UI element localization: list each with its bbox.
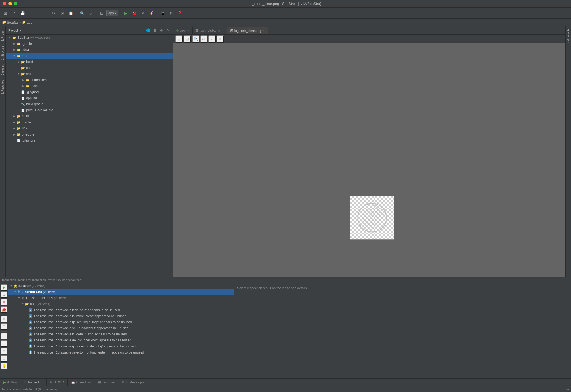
project-dropdown-arrow[interactable]: ▾ <box>20 29 21 32</box>
breadcrumb-app[interactable]: 📁 app <box>22 21 32 24</box>
run-config-dropdown[interactable]: app ▾ <box>106 10 118 16</box>
tab-icon-stub[interactable]: 🖼 icon_stub.png ✕ <box>193 27 227 34</box>
tree-item-build-app[interactable]: ▶ 📂 build <box>6 59 173 65</box>
inspection-collapse-btn[interactable]: ↓ <box>1 340 7 347</box>
tree-item-gradle[interactable]: ▶ 📂 .gradle <box>6 41 173 47</box>
toolbar-copy-btn[interactable]: ⎘ <box>58 9 66 17</box>
inspection-run-btn[interactable]: ▶ <box>1 284 7 291</box>
sidebar-tab-favorites[interactable]: 2: Favorites <box>0 78 5 96</box>
tree-item-idea[interactable]: ▶ 📂 .idea <box>6 47 173 53</box>
toolbar-forward-btn[interactable]: → <box>39 9 46 17</box>
insp-item-8[interactable]: i The resource 'R.drawable.selector_rp_f… <box>8 349 234 355</box>
editor-zoom-out-btn[interactable]: 🔍 <box>192 35 199 43</box>
insp-item-1[interactable]: i The resource 'R.drawable.icon_stub' ap… <box>8 307 234 313</box>
tree-item-gitignore-app[interactable]: 📄 .gitignore <box>6 89 173 95</box>
toolbar-profile-btn[interactable]: ⚡ <box>147 9 155 17</box>
tab-icon-stub-close[interactable]: ✕ <box>222 29 224 32</box>
sep6 <box>157 10 157 16</box>
tree-item-proguard[interactable]: 📄 proguard-rules.pro <box>6 107 173 113</box>
toolbar-sdk-btn[interactable]: ⚙ <box>167 9 175 17</box>
editor-grid-btn[interactable]: ⊟ <box>184 35 191 43</box>
tree-item-androidtest[interactable]: ▶ 📂 androidTest <box>6 77 173 83</box>
tab-app-close[interactable]: ✕ <box>187 29 190 32</box>
toolbar-open-btn[interactable]: ↺ <box>10 9 18 17</box>
toolbar-cut-btn[interactable]: ✂ <box>50 9 57 17</box>
insp-item-7[interactable]: i The resource 'R.drawable.rp_selector_i… <box>8 343 234 349</box>
tree-item-build-gradle[interactable]: 🔧 build.gradle <box>6 101 173 107</box>
insp-item-6[interactable]: i The resource 'R.drawable.de_pic_checkb… <box>8 337 234 343</box>
todo-tab-icon: ☑ <box>50 380 53 384</box>
toolbar-avd-btn[interactable]: 📱 <box>159 9 166 17</box>
inspection-next-btn[interactable]: ⬇ <box>1 355 7 362</box>
toolbar-help-btn[interactable]: ❓ <box>176 9 183 17</box>
tree-item-seastar[interactable]: ▼ 📁 SeaStar (~/IM/SeaStar) <box>6 35 173 41</box>
bottom-tab-inspection[interactable]: ⚠ Inspection <box>20 379 47 386</box>
project-close-btn[interactable]: ✕ <box>165 28 171 33</box>
tab-ic-more-clear-close[interactable]: ✕ <box>263 29 265 32</box>
toolbar-replace-btn[interactable]: ⌕ <box>87 9 94 17</box>
tree-item-gradle-root[interactable]: ▶ 📂 gradle <box>6 119 173 125</box>
toolbar-run-config-btn[interactable]: ⊟ <box>98 9 106 17</box>
tree-item-app-iml[interactable]: 📋 app.iml <box>6 95 173 101</box>
insp-item-unused-resources[interactable]: ▼ ⚙ Unused resources (29 items) <box>8 295 234 301</box>
toolbar-coverage-btn[interactable]: ☀ <box>139 9 147 17</box>
inspection-stop-btn[interactable]: ✕ <box>1 299 7 305</box>
bottom-tab-run[interactable]: ▶ 4: Run <box>0 379 20 386</box>
editor-color-picker-btn[interactable]: ✏ <box>217 35 224 43</box>
tree-item-app[interactable]: ▼ 📂 app <box>6 53 173 59</box>
inspection-prev-btn[interactable]: ⬆ <box>1 348 7 354</box>
tree-item-build-root[interactable]: ▶ 📂 build <box>6 113 173 119</box>
toolbar-back-btn[interactable]: ← <box>30 9 38 17</box>
maximize-button[interactable] <box>14 2 17 5</box>
sidebar-tab-structure[interactable]: 2: Structure <box>0 43 5 62</box>
editor-zoom-actual-btn[interactable]: ⌕ <box>208 35 216 43</box>
tree-item-gitignore-root[interactable]: 📄 .gitignore <box>6 137 173 143</box>
project-localize-btn[interactable]: 🌐 <box>146 28 151 33</box>
bottom-tab-android[interactable]: 🤖 6: Android <box>68 379 95 386</box>
inspection-bulb-btn[interactable]: 💡 <box>1 363 7 369</box>
tree-item-libs[interactable]: 📂 libs <box>6 65 173 71</box>
toolbar-debug-btn[interactable]: 🐞 <box>130 9 138 17</box>
inspection-filter-btn[interactable]: ▼ <box>1 316 7 322</box>
toolbar-paste-btn[interactable]: 📋 <box>67 9 75 17</box>
toolbar-save-btn[interactable]: 💾 <box>19 9 26 17</box>
insp-arrow-app-insp: ▼ <box>21 303 25 305</box>
inspection-expand-btn[interactable]: ↑ <box>1 333 7 339</box>
tab-app[interactable]: ⚙ app ✕ <box>173 27 193 34</box>
inspection-rerun-btn[interactable]: ↺ <box>1 291 7 298</box>
insp-item-3[interactable]: i The resource 'R.drawable.rp_btn_login_… <box>8 319 234 325</box>
sidebar-tab-captures[interactable]: Captures <box>0 62 5 78</box>
insp-item-5[interactable]: i The resource 'R.drawable.ic_default_im… <box>8 331 234 337</box>
close-button[interactable] <box>3 2 6 5</box>
tree-item-main[interactable]: ▶ 📂 main <box>6 83 173 89</box>
tree-item-onecore[interactable]: ▶ 📂 oneCore <box>6 131 173 137</box>
sidebar-tab-build-variants[interactable]: Build Variants <box>566 26 571 48</box>
svg-line-14 <box>372 207 383 218</box>
tab-ic-more-clear[interactable]: 🖼 ic_more_clear.png ✕ <box>227 27 268 34</box>
bottom-tab-todo[interactable]: ☑ TODO <box>47 379 67 386</box>
inspection-group-btn[interactable]: ⊞ <box>1 323 7 330</box>
editor-fit-window-btn[interactable]: ⊞ <box>175 35 183 43</box>
minimize-button[interactable] <box>8 2 12 5</box>
bottom-tab-messages[interactable]: ✉ 0: Messages <box>118 379 148 386</box>
toolbar-play-btn[interactable]: ▶ <box>122 9 130 17</box>
bottom-tab-terminal[interactable]: ⊟ Terminal <box>95 379 118 386</box>
insp-item-android-lint[interactable]: ▼ 🔍 Android Lint (29 items) <box>8 289 234 295</box>
inspection-export-btn[interactable]: 📤 <box>1 306 7 313</box>
toolbar-find-btn[interactable]: 🔍 <box>78 9 86 17</box>
insp-item-2[interactable]: i The resource 'R.drawable.ic_more_clear… <box>8 313 234 319</box>
insp-item-4[interactable]: i The resource 'R.drawable.sr_unreadconu… <box>8 325 234 331</box>
tree-item-src[interactable]: ▼ 📂 src <box>6 71 173 77</box>
sidebar-tab-project[interactable]: 1: Project <box>0 27 5 43</box>
window-controls[interactable] <box>3 2 17 5</box>
project-sort-btn[interactable]: ⇅ <box>152 28 158 33</box>
project-settings-btn[interactable]: ⚙ <box>159 28 164 33</box>
editor-zoom-in-btn[interactable]: ⊕ <box>200 35 207 43</box>
insp-item-app[interactable]: ▼ 📂 app (29 items) <box>8 301 234 307</box>
breadcrumb-seastar[interactable]: 📁 SeaStar <box>2 21 19 24</box>
inspection-left-toolbar: ▶ ↺ ✕ 📤 ▼ ⊞ ↑ ↓ ⬆ ⬇ 💡 <box>0 283 8 378</box>
insp-item-seastar[interactable]: ▼ ⭐ SeaStar (29 items) <box>8 283 234 289</box>
main-layout: 1: Project 2: Structure Captures 2: Favo… <box>0 26 571 392</box>
tree-item-imkit[interactable]: ▶ 📂 IMKit <box>6 125 173 131</box>
toolbar-new-btn[interactable]: ⊞ <box>2 9 9 17</box>
